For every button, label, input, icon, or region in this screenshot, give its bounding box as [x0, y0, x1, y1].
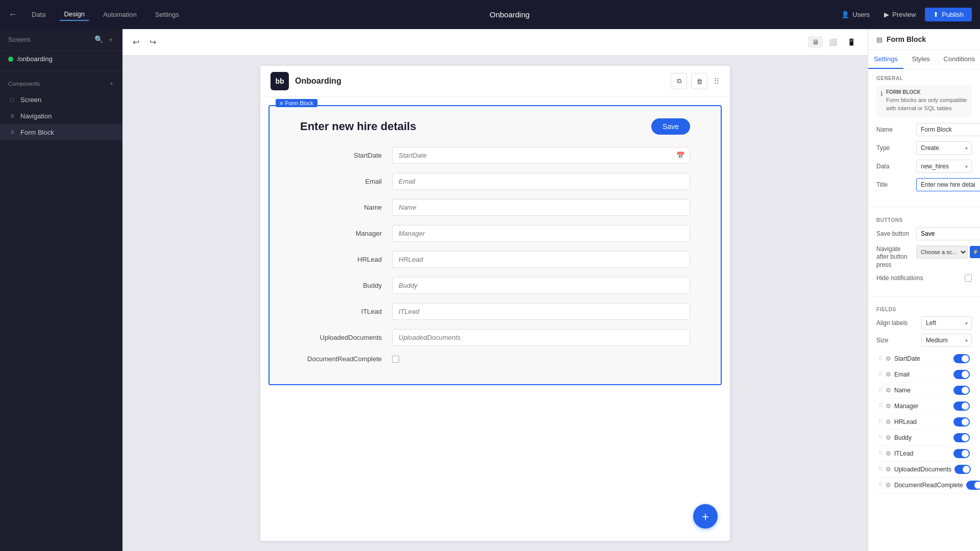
- type-field-row: Type Create: [876, 141, 972, 155]
- canvas-content: bb Onboarding ⧉ 🗑 ⠿ ≡ Form Block Ent: [122, 56, 868, 551]
- save-button-row: Save button ⚡: [876, 227, 972, 240]
- field-name-label: HRLead: [894, 418, 950, 425]
- nav-automation[interactable]: Automation: [99, 9, 141, 20]
- buddy-input[interactable]: [392, 277, 690, 294]
- sidebar-item-screen[interactable]: □ Screen: [0, 91, 122, 108]
- gear-icon[interactable]: ⚙: [886, 387, 891, 394]
- list-item: ⠿ ⚙ StartDate: [876, 351, 972, 367]
- itlead-input[interactable]: [392, 303, 690, 320]
- form-title-row: Enter new hire details Save: [300, 118, 690, 135]
- drag-handle-icon[interactable]: ⠿: [878, 403, 883, 409]
- align-labels-label: Align labels: [876, 319, 917, 327]
- field-toggle-uploadeddocs[interactable]: [954, 465, 971, 474]
- manager-input[interactable]: [392, 225, 690, 242]
- field-row-buddy: Buddy: [300, 277, 690, 294]
- nav-settings[interactable]: Settings: [151, 9, 183, 20]
- publish-button[interactable]: ⬆ Publish: [925, 8, 972, 21]
- navigate-field-row: Navigate after button press Choose a sc.…: [876, 245, 972, 269]
- screen-component-label: Screen: [20, 96, 41, 104]
- search-icon[interactable]: 🔍: [94, 35, 103, 44]
- data-select[interactable]: new_hires: [916, 160, 972, 173]
- form-save-button[interactable]: Save: [651, 118, 690, 135]
- drag-handle-icon[interactable]: ⠿: [878, 418, 883, 425]
- sidebar-item-navigation[interactable]: ≡ Navigation: [0, 108, 122, 124]
- drag-handle-icon[interactable]: ⠿: [878, 355, 883, 362]
- add-component-icon[interactable]: ＋: [109, 80, 114, 87]
- gear-icon[interactable]: ⚙: [886, 482, 891, 489]
- gear-icon[interactable]: ⚙: [886, 403, 891, 410]
- page-logo: bb: [271, 72, 289, 90]
- name-input[interactable]: [392, 199, 690, 216]
- drag-handle-icon[interactable]: ⠿: [878, 434, 883, 441]
- tab-styles[interactable]: Styles: [903, 50, 939, 69]
- users-button[interactable]: 👤 Users: [836, 9, 875, 20]
- gear-icon[interactable]: ⚙: [886, 418, 891, 425]
- drag-handle-icon[interactable]: ⠿: [878, 387, 883, 393]
- field-toggle-email[interactable]: [953, 370, 970, 379]
- field-toggle-buddy[interactable]: [953, 433, 970, 442]
- nav-design[interactable]: Design: [60, 8, 88, 21]
- grid-menu-icon[interactable]: ⠿: [714, 77, 720, 86]
- field-toggle-hrlead[interactable]: [953, 417, 970, 427]
- navigation-component-label: Navigation: [20, 112, 52, 120]
- gear-icon[interactable]: ⚙: [886, 434, 891, 441]
- field-toggle-itlead[interactable]: [953, 449, 970, 458]
- screen-item-onboarding[interactable]: /onboarding: [0, 51, 122, 67]
- gear-icon[interactable]: ⚙: [886, 466, 891, 473]
- sidebar-item-form-block[interactable]: ≡ Form Block: [0, 124, 122, 140]
- name-field-input[interactable]: [916, 123, 980, 136]
- divider-1: [868, 207, 980, 207]
- calendar-icon[interactable]: 📅: [671, 152, 690, 159]
- preview-icon: ▶: [884, 11, 889, 18]
- name-field-label: Name: [876, 126, 912, 133]
- list-item: ⠿ ⚙ Manager: [876, 398, 972, 414]
- buttons-section: BUTTONS Save button ⚡ Navigate after but…: [868, 211, 980, 292]
- field-toggle-docreadcomplete[interactable]: [966, 481, 980, 490]
- field-toggle-startdate[interactable]: [953, 354, 970, 363]
- save-button-input[interactable]: [916, 227, 980, 240]
- drag-handle-icon[interactable]: ⠿: [878, 482, 883, 488]
- nav-data[interactable]: Data: [28, 9, 50, 20]
- docreadcomplete-checkbox[interactable]: [392, 356, 399, 363]
- drag-handle-icon[interactable]: ⠿: [878, 371, 883, 378]
- add-screen-icon[interactable]: ＋: [107, 35, 114, 44]
- back-button[interactable]: ←: [8, 9, 17, 20]
- drag-handle-icon[interactable]: ⠿: [878, 450, 883, 457]
- field-input-startdate[interactable]: 📅: [392, 147, 690, 164]
- desktop-view-button[interactable]: 🖥: [808, 36, 823, 48]
- tab-conditions[interactable]: Conditions: [939, 50, 980, 69]
- navigate-lightning-button[interactable]: ⚡: [970, 246, 980, 258]
- form-block-container: ≡ Form Block Enter new hire details Save…: [268, 105, 722, 385]
- undo-button[interactable]: ↩: [131, 35, 141, 49]
- field-toggle-manager[interactable]: [953, 402, 970, 411]
- gear-icon[interactable]: ⚙: [886, 450, 891, 457]
- size-select-wrapper: Medium: [921, 334, 972, 347]
- gear-icon[interactable]: ⚙: [886, 355, 891, 362]
- type-select[interactable]: Create: [916, 141, 972, 155]
- screen-name: /onboarding: [17, 55, 53, 63]
- mobile-view-button[interactable]: 📱: [843, 36, 860, 48]
- page-header-right: ⧉ 🗑: [671, 73, 707, 89]
- tablet-view-button[interactable]: ⬜: [825, 36, 841, 48]
- title-field-input[interactable]: [916, 178, 980, 191]
- hrlead-input[interactable]: [392, 251, 690, 268]
- drag-handle-icon[interactable]: ⠿: [878, 466, 883, 472]
- field-toggle-name[interactable]: [953, 386, 970, 395]
- uploadeddocs-input[interactable]: [392, 329, 690, 346]
- navigate-select[interactable]: Choose a sc...: [916, 245, 968, 259]
- size-select[interactable]: Medium: [921, 334, 972, 347]
- copy-button[interactable]: ⧉: [671, 73, 687, 89]
- delete-button[interactable]: 🗑: [691, 73, 707, 89]
- align-labels-select[interactable]: Left: [921, 316, 972, 330]
- gear-icon[interactable]: ⚙: [886, 371, 891, 378]
- email-input[interactable]: [392, 173, 690, 190]
- fab-add-button[interactable]: ＋: [693, 504, 718, 529]
- startdate-input[interactable]: [393, 147, 671, 163]
- field-row-hrlead: HRLead: [300, 251, 690, 268]
- align-labels-row: Align labels Left: [876, 316, 972, 330]
- redo-button[interactable]: ↪: [148, 35, 158, 49]
- tab-settings[interactable]: Settings: [868, 50, 903, 69]
- hide-notifications-checkbox[interactable]: [965, 274, 972, 282]
- field-row-uploadeddocs: UploadedDocuments: [300, 329, 690, 346]
- preview-button[interactable]: ▶ Preview: [879, 9, 921, 20]
